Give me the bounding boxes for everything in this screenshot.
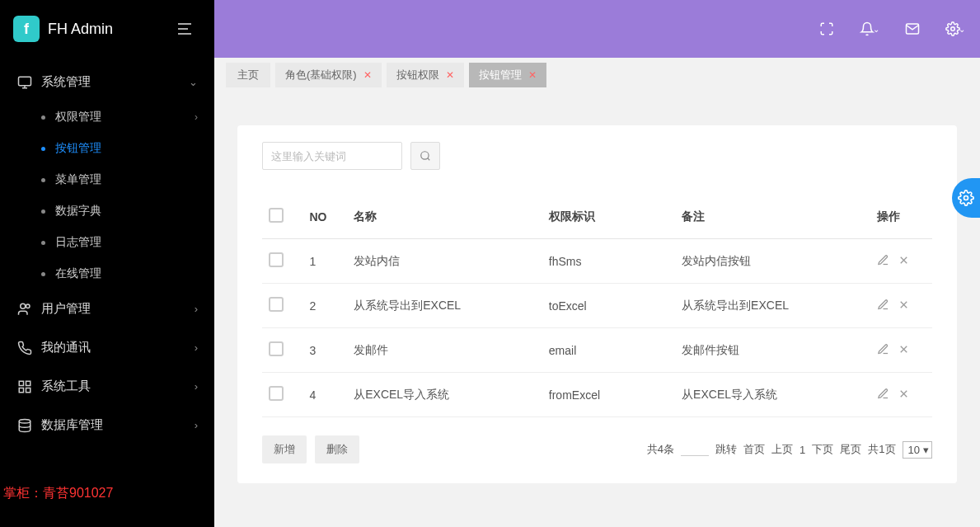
subnav-label: 权限管理 bbox=[55, 110, 101, 125]
delete-icon[interactable] bbox=[898, 299, 910, 311]
row-checkbox[interactable] bbox=[269, 341, 284, 356]
svg-rect-6 bbox=[26, 381, 30, 385]
subnav-menu-mgmt[interactable]: 菜单管理 bbox=[25, 164, 214, 195]
delete-icon[interactable] bbox=[898, 388, 910, 400]
subnav-label: 菜单管理 bbox=[55, 172, 101, 187]
dot-icon bbox=[41, 178, 45, 182]
close-icon[interactable]: ✕ bbox=[363, 69, 372, 81]
nav-system-tools[interactable]: 系统工具 › bbox=[0, 367, 214, 406]
subnav-permission-mgmt[interactable]: 权限管理 › bbox=[25, 101, 214, 133]
svg-point-12 bbox=[421, 152, 429, 159]
svg-rect-7 bbox=[19, 388, 23, 392]
search-button[interactable] bbox=[410, 142, 440, 170]
dot-icon bbox=[41, 272, 45, 276]
header: ⌄ ⌄ bbox=[214, 0, 980, 58]
nav-db-mgmt[interactable]: 数据库管理 › bbox=[0, 406, 214, 445]
close-icon[interactable]: ✕ bbox=[446, 69, 454, 81]
col-header-name: 名称 bbox=[347, 195, 542, 239]
sidebar-toggle[interactable] bbox=[178, 18, 199, 40]
subnav-system: 权限管理 › 按钮管理 菜单管理 数据字典 日志管理 在线管理 bbox=[0, 101, 214, 289]
edit-icon[interactable] bbox=[877, 343, 889, 355]
svg-point-22 bbox=[964, 196, 968, 200]
table-row: 3发邮件email发邮件按钮 bbox=[262, 328, 932, 373]
search-input[interactable] bbox=[262, 142, 402, 170]
delete-button[interactable]: 删除 bbox=[315, 435, 359, 463]
cell-perm: fhSms bbox=[542, 239, 675, 284]
subnav-label: 按钮管理 bbox=[55, 141, 101, 156]
subnav-label: 在线管理 bbox=[55, 266, 101, 281]
row-checkbox[interactable] bbox=[269, 252, 284, 267]
edit-icon[interactable] bbox=[877, 299, 889, 311]
add-button[interactable]: 新增 bbox=[262, 435, 307, 463]
cell-name: 从系统导出到EXCEL bbox=[347, 284, 542, 328]
fullscreen-icon[interactable] bbox=[817, 19, 837, 39]
tab-role-base-perm[interactable]: 角色(基础权限) ✕ bbox=[275, 63, 382, 87]
subnav-button-mgmt[interactable]: 按钮管理 bbox=[25, 133, 214, 164]
svg-line-13 bbox=[428, 158, 430, 161]
pager-next[interactable]: 下页 bbox=[812, 442, 833, 457]
chevron-right-icon: › bbox=[195, 111, 198, 123]
subnav-log-mgmt[interactable]: 日志管理 bbox=[25, 227, 214, 258]
chevron-right-icon: › bbox=[195, 341, 198, 354]
col-header-perm: 权限标识 bbox=[542, 195, 675, 239]
dot-icon bbox=[41, 115, 45, 120]
monitor-icon bbox=[16, 75, 33, 90]
footer-watermark: 掌柜：青苔901027 bbox=[0, 485, 113, 502]
pager-prev[interactable]: 上页 bbox=[771, 442, 793, 457]
cell-no: 1 bbox=[302, 239, 347, 284]
table-row: 4从EXCEL导入系统fromExcel从EXCEL导入系统 bbox=[262, 373, 932, 417]
svg-rect-5 bbox=[19, 381, 23, 385]
edit-icon[interactable] bbox=[877, 388, 889, 400]
nav-my-comm[interactable]: 我的通讯 › bbox=[0, 328, 214, 367]
tab-label: 按钮权限 bbox=[396, 68, 439, 82]
dot-icon bbox=[41, 147, 45, 151]
col-header-actions: 操作 bbox=[870, 195, 932, 239]
nav-user-mgmt[interactable]: 用户管理 › bbox=[0, 289, 214, 328]
brand-title: FH Admin bbox=[48, 21, 113, 38]
edit-icon[interactable] bbox=[877, 254, 889, 266]
cell-remark: 从系统导出到EXCEL bbox=[675, 284, 870, 328]
bell-icon[interactable]: ⌄ bbox=[860, 19, 879, 39]
search-row bbox=[262, 142, 932, 170]
cell-name: 发邮件 bbox=[347, 328, 542, 373]
select-all-checkbox[interactable] bbox=[269, 208, 284, 223]
table-footer: 新增 删除 共4条 跳转 首页 上页 1 下页 尾页 共1页 10 bbox=[262, 435, 932, 463]
tab-home[interactable]: 主页 bbox=[226, 63, 270, 87]
svg-point-11 bbox=[951, 27, 955, 31]
cell-perm: email bbox=[542, 328, 675, 373]
svg-rect-8 bbox=[26, 388, 30, 392]
subnav-online-mgmt[interactable]: 在线管理 bbox=[25, 258, 214, 289]
tab-button-perm[interactable]: 按钮权限 ✕ bbox=[387, 63, 464, 87]
brand: f FH Admin bbox=[0, 0, 214, 58]
sidebar: f FH Admin 系统管理 ⌄ 权限管理 › 按钮管理 bbox=[0, 0, 214, 527]
users-icon bbox=[16, 302, 33, 317]
cell-no: 3 bbox=[302, 328, 347, 373]
svg-rect-0 bbox=[19, 77, 31, 86]
tab-button-mgmt[interactable]: 按钮管理 ✕ bbox=[469, 63, 546, 87]
nav-label: 用户管理 bbox=[41, 301, 195, 317]
delete-icon[interactable] bbox=[898, 254, 910, 266]
row-checkbox[interactable] bbox=[269, 386, 284, 401]
search-icon bbox=[420, 150, 431, 162]
nav-label: 我的通讯 bbox=[41, 340, 195, 355]
nav-label: 系统工具 bbox=[41, 379, 195, 394]
mail-icon[interactable] bbox=[903, 19, 922, 39]
subnav-data-dict[interactable]: 数据字典 bbox=[25, 195, 214, 227]
pager-last[interactable]: 尾页 bbox=[840, 442, 861, 457]
svg-point-4 bbox=[26, 304, 30, 308]
pager-jump-input[interactable] bbox=[681, 443, 709, 456]
cell-name: 从EXCEL导入系统 bbox=[347, 373, 542, 417]
button-table: NO 名称 权限标识 备注 操作 1发站内信fhSms发站内信按钮2从系统导出到… bbox=[262, 195, 932, 417]
settings-icon[interactable]: ⌄ bbox=[945, 19, 965, 39]
chevron-down-icon: ⌄ bbox=[189, 76, 198, 88]
tab-label: 主页 bbox=[237, 68, 259, 82]
nav-system-mgmt[interactable]: 系统管理 ⌄ bbox=[0, 63, 214, 101]
page-size-select[interactable]: 10 bbox=[903, 441, 932, 459]
delete-icon[interactable] bbox=[898, 343, 910, 355]
tab-label: 角色(基础权限) bbox=[285, 68, 357, 82]
col-header-no: NO bbox=[302, 195, 347, 239]
row-checkbox[interactable] bbox=[269, 297, 284, 312]
pager-first[interactable]: 首页 bbox=[743, 442, 765, 457]
pager-jump-label[interactable]: 跳转 bbox=[715, 442, 737, 457]
close-icon[interactable]: ✕ bbox=[528, 69, 537, 81]
